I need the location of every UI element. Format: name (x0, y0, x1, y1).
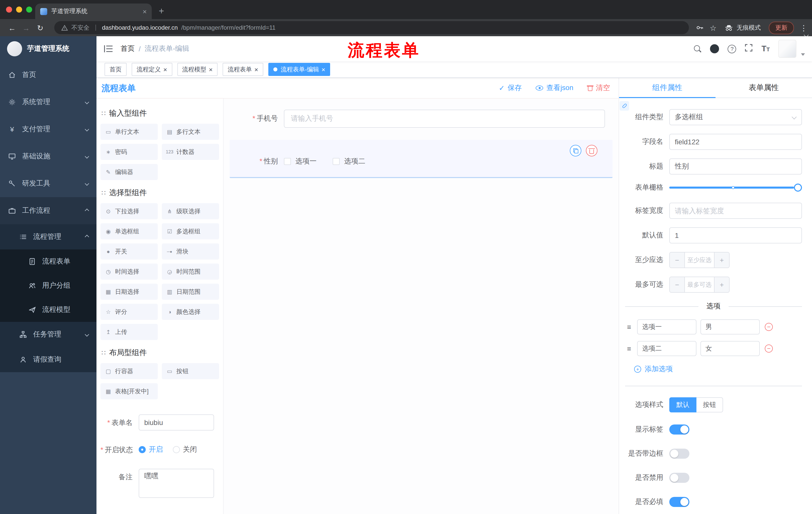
gender-field-block-selected[interactable]: 性别 选项一 选项二 (230, 140, 612, 178)
option-2-label-input[interactable] (637, 341, 696, 356)
component-select[interactable]: ⊙下拉选择 (100, 203, 158, 219)
style-button-button[interactable]: 按钮 (696, 397, 723, 412)
drag-handle-icon[interactable] (625, 323, 633, 331)
component-type-select[interactable]: 多选框组 (669, 109, 802, 125)
component-upload[interactable]: ↥上传 (100, 324, 158, 340)
sidebar-item-task-mgmt[interactable]: 任务管理 (0, 322, 96, 347)
sidebar-item-home[interactable]: 首页 (0, 61, 96, 88)
tagsview-tab-home[interactable]: 首页 (105, 63, 127, 76)
browser-update-button[interactable]: 更新 (769, 21, 794, 34)
sidebar-item-payment[interactable]: ¥ 支付管理 (0, 116, 96, 143)
disabled-toggle[interactable] (669, 473, 689, 483)
component-switch[interactable]: ●开关 (100, 243, 158, 260)
component-counter[interactable]: 123计数器 (162, 144, 219, 160)
tab-component-props[interactable]: 组件属性 (619, 78, 716, 98)
checkbox-icon[interactable] (284, 158, 291, 165)
sidebar-item-devtools[interactable]: 研发工具 (0, 170, 96, 197)
status-off-label[interactable]: 关闭 (183, 445, 197, 454)
security-label[interactable]: 不安全 (71, 23, 89, 32)
breadcrumb-home[interactable]: 首页 (121, 44, 135, 53)
form-canvas[interactable]: 手机号 请输入手机号 性别 选项一 (224, 99, 618, 514)
close-icon[interactable] (322, 65, 325, 73)
copy-component-button[interactable] (570, 145, 581, 156)
sidebar-item-process-form[interactable]: 流程表单 (0, 249, 96, 274)
component-multi-text[interactable]: ▤多行文本 (162, 124, 219, 140)
doc-link-button[interactable] (619, 101, 629, 111)
phone-field-input[interactable]: 请输入手机号 (284, 110, 605, 128)
window-close-button[interactable] (6, 6, 12, 12)
tagsview-tab-process-form-edit[interactable]: 流程表单-编辑 (268, 63, 330, 76)
user-avatar[interactable] (778, 40, 796, 58)
gender-option-2[interactable]: 选项二 (332, 157, 365, 166)
save-button[interactable]: 保存 (499, 83, 522, 92)
form-remark-textarea[interactable]: 嘿嘿 (139, 469, 214, 498)
show-label-toggle[interactable] (669, 425, 689, 435)
option-2-value-input[interactable] (700, 341, 760, 356)
address-bar[interactable]: 不安全 dashboard.yudao.iocoder.cn/bpm/manag… (54, 21, 689, 34)
bookmark-star-icon[interactable] (710, 24, 717, 31)
search-icon[interactable] (694, 45, 702, 53)
component-table[interactable]: ▦表格[开发中] (100, 383, 158, 399)
browser-tab[interactable]: 芋道管理系统 × (35, 3, 152, 19)
tab-form-props[interactable]: 表单属性 (716, 78, 812, 98)
component-time-picker[interactable]: ◷时间选择 (100, 264, 158, 280)
option-1-value-input[interactable] (700, 319, 760, 334)
tagsview-tab-process-model[interactable]: 流程模型 (177, 63, 218, 76)
github-icon[interactable] (710, 44, 719, 53)
component-rate[interactable]: ☆评分 (100, 304, 158, 320)
password-key-icon[interactable] (696, 24, 704, 32)
sidebar-item-leave-query[interactable]: 请假查询 (0, 347, 96, 372)
component-editor[interactable]: ✎编辑器 (100, 164, 158, 180)
browser-menu-icon[interactable] (800, 24, 807, 31)
field-name-input[interactable] (669, 134, 802, 150)
tagsview-tab-process-form[interactable]: 流程表单 (223, 63, 263, 76)
tab-close-icon[interactable]: × (143, 8, 147, 15)
radio-on-icon[interactable] (139, 446, 146, 453)
form-name-input[interactable] (139, 414, 214, 431)
delete-component-button[interactable] (586, 145, 598, 156)
radio-off-icon[interactable] (173, 446, 180, 453)
sidebar-logo[interactable]: 芋道管理系统 (0, 36, 96, 61)
label-width-input[interactable] (669, 203, 802, 219)
reload-button[interactable] (33, 24, 47, 31)
minus-button[interactable] (670, 252, 685, 268)
phone-field-row[interactable]: 手机号 请输入手机号 (230, 104, 612, 134)
checkbox-icon[interactable] (332, 158, 340, 165)
component-checkbox-group[interactable]: ☑多选框组 (162, 223, 219, 239)
max-select-value[interactable]: 最多可选 (685, 277, 714, 292)
add-option-button[interactable]: 添加选项 (634, 364, 673, 374)
clear-button[interactable]: 清空 (587, 83, 610, 92)
style-default-button[interactable]: 默认 (669, 397, 696, 412)
close-icon[interactable] (209, 65, 212, 73)
close-icon[interactable] (254, 65, 258, 73)
sidebar-item-process-model[interactable]: 流程模型 (0, 298, 96, 322)
hamburger-icon[interactable] (96, 45, 121, 53)
component-date-picker[interactable]: ▦日期选择 (100, 283, 158, 300)
tagsview-tab-process-definition[interactable]: 流程定义 (132, 63, 172, 76)
gender-option-1[interactable]: 选项一 (284, 157, 317, 166)
title-input[interactable] (669, 158, 802, 174)
component-color-picker[interactable]: ◑颜色选择 (162, 304, 219, 320)
component-slider[interactable]: ─●滑块 (162, 243, 219, 260)
sidebar-item-user-group[interactable]: 用户分组 (0, 274, 96, 298)
component-row-container[interactable]: ▢行容器 (100, 363, 158, 379)
component-time-range[interactable]: ◶时间范围 (162, 264, 219, 280)
option-1-label-input[interactable] (637, 319, 696, 334)
component-cascader[interactable]: ⋔级联选择 (162, 203, 219, 219)
component-radio-group[interactable]: ◉单选框组 (100, 223, 158, 239)
minus-button[interactable] (670, 277, 685, 292)
border-toggle[interactable] (669, 449, 689, 459)
component-single-text[interactable]: ▭单行文本 (100, 124, 158, 140)
component-password[interactable]: ∗密码 (100, 144, 158, 160)
slider-handle[interactable] (794, 184, 802, 192)
remove-option-icon[interactable] (765, 345, 773, 353)
status-on-label[interactable]: 开启 (149, 445, 163, 454)
remove-option-icon[interactable] (765, 323, 773, 331)
help-icon[interactable] (728, 45, 736, 53)
sidebar-item-system[interactable]: 系统管理 (0, 88, 96, 116)
default-value-input[interactable] (669, 227, 802, 243)
font-size-icon[interactable]: TT (761, 45, 770, 53)
sidebar-item-process-mgmt[interactable]: 流程管理 (0, 224, 96, 249)
sidebar-item-infra[interactable]: 基础设施 (0, 143, 96, 170)
close-icon[interactable] (163, 65, 167, 73)
